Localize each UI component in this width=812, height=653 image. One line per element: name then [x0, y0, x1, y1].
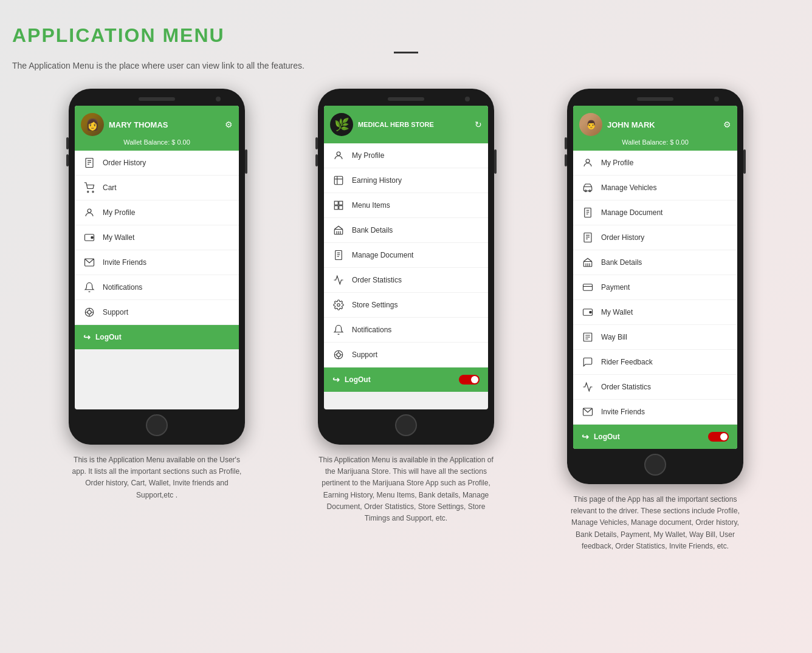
- person-icon2: [332, 149, 345, 162]
- menu-item-store-settings[interactable]: Store Settings: [324, 293, 488, 318]
- logout-icon: ↪: [83, 332, 91, 342]
- svg-point-32: [337, 304, 340, 307]
- bank-icon2: [582, 256, 594, 268]
- wallet-balance-user: Wallet Balance: $ 0.00: [81, 138, 233, 146]
- menu-item-profile-driver[interactable]: My Profile: [573, 151, 737, 176]
- logout-icon2: ↪: [332, 375, 340, 385]
- menu-item-cart[interactable]: Cart: [75, 176, 239, 200]
- menu-item-order-stats-store[interactable]: Order Statistics: [324, 268, 488, 293]
- menu-item-invite-friends-driver[interactable]: Invite Friends: [573, 400, 737, 425]
- phone-screen-user: 👩 MARY THOMAS ⚙ Wallet Balance: $ 0.00: [75, 106, 239, 409]
- menu-item-earning[interactable]: Earning History: [324, 168, 488, 193]
- home-button[interactable]: [146, 414, 168, 436]
- menu-items-store: My Profile Earning History Menu Items: [324, 143, 488, 368]
- online-toggle-driver[interactable]: [708, 432, 729, 442]
- menu-item-rider-feedback[interactable]: Rider Feedback: [573, 350, 737, 375]
- menu-item-order-stats-driver[interactable]: Order Statistics: [573, 375, 737, 400]
- svg-rect-8: [91, 237, 93, 239]
- menu-item-payment[interactable]: Payment: [573, 275, 737, 300]
- support-icon: [83, 306, 95, 318]
- power-button2: [494, 149, 497, 174]
- menu-item-notifications-store[interactable]: Notifications: [324, 318, 488, 343]
- camera2: [465, 97, 470, 101]
- svg-rect-55: [583, 284, 593, 291]
- refresh-icon[interactable]: ↻: [475, 120, 482, 129]
- profile-store-label: My Profile: [352, 151, 384, 160]
- avatar-user: 👩: [81, 113, 104, 136]
- user-name: MARY THOMAS: [109, 120, 168, 129]
- menu-item-manage-doc-driver[interactable]: Manage Document: [573, 200, 737, 225]
- menu-item-support[interactable]: Support: [75, 300, 239, 325]
- side-buttons-left3: [565, 137, 567, 166]
- menu-item-my-wallet[interactable]: My Wallet: [75, 225, 239, 250]
- logout-label-user: LogOut: [95, 333, 122, 341]
- order-stats-store-label: Order Statistics: [352, 276, 402, 284]
- menu-item-manage-doc-store[interactable]: Manage Document: [324, 243, 488, 268]
- wallet-icon: [83, 231, 95, 244]
- menu-item-order-history[interactable]: Order History: [75, 151, 239, 176]
- online-toggle[interactable]: [459, 375, 480, 385]
- home-button3[interactable]: [644, 454, 666, 476]
- invite-friends-label: Invite Friends: [103, 258, 146, 267]
- menu-item-waybill[interactable]: Way Bill: [573, 325, 737, 350]
- header-icons2: ↻: [475, 120, 482, 129]
- envelope-icon2: [582, 406, 594, 418]
- order-history-label: Order History: [103, 159, 146, 167]
- svg-point-4: [88, 191, 89, 193]
- phone-top-bar3: [573, 97, 737, 101]
- svg-rect-20: [334, 201, 338, 205]
- receipt-icon: [83, 157, 95, 169]
- menu-item-invite-friends[interactable]: Invite Friends: [75, 250, 239, 275]
- phone-user: 👩 MARY THOMAS ⚙ Wallet Balance: $ 0.00: [69, 89, 245, 445]
- bank-store-label: Bank Details: [352, 226, 393, 234]
- logout-bar-driver[interactable]: ↪ LogOut: [573, 425, 737, 449]
- volume-down-button2: [315, 154, 318, 166]
- camera3: [714, 97, 719, 101]
- menu-item-notifications[interactable]: Notifications: [75, 275, 239, 300]
- home-button2[interactable]: [395, 414, 417, 436]
- support-icon2: [332, 349, 345, 361]
- settings-icon3[interactable]: ⚙: [723, 120, 731, 129]
- svg-rect-47: [584, 233, 591, 242]
- phones-container: 👩 MARY THOMAS ⚙ Wallet Balance: $ 0.00: [12, 89, 800, 552]
- menu-item-manage-vehicles[interactable]: Manage Vehicles: [573, 176, 737, 200]
- bank-icon: [332, 224, 345, 236]
- notifications-store-label: Notifications: [352, 326, 391, 334]
- bank-driver-label: Bank Details: [601, 258, 642, 267]
- page-subtitle: The Application Menu is the place where …: [12, 61, 800, 70]
- menu-item-menu-items[interactable]: Menu Items: [324, 193, 488, 218]
- svg-point-39: [586, 159, 590, 163]
- menu-header-store: 🌿 MEDICAL HERB STORE ↻: [324, 106, 488, 143]
- statistics-icon: [332, 274, 345, 286]
- volume-down-button: [66, 154, 69, 166]
- svg-rect-28: [335, 251, 342, 260]
- svg-point-11: [88, 310, 91, 314]
- order-history-driver-label: Order History: [601, 233, 644, 242]
- menu-item-profile-store[interactable]: My Profile: [324, 143, 488, 168]
- payment-label: Payment: [601, 283, 630, 292]
- phone-store: 🌿 MEDICAL HERB STORE ↻ My Profile: [318, 89, 494, 445]
- menu-item-bank-driver[interactable]: Bank Details: [573, 250, 737, 275]
- person-icon3: [582, 157, 594, 169]
- menu-item-bank-store[interactable]: Bank Details: [324, 218, 488, 243]
- title-divider: [394, 52, 418, 53]
- earning-label: Earning History: [352, 176, 402, 185]
- settings-icon[interactable]: ⚙: [225, 120, 233, 129]
- phone-top-bar: [75, 97, 239, 101]
- menu-item-order-history-driver[interactable]: Order History: [573, 225, 737, 250]
- logout-bar-user[interactable]: ↪ LogOut: [75, 325, 239, 349]
- envelope-icon: [83, 256, 95, 268]
- menu-item-support-store[interactable]: Support: [324, 343, 488, 368]
- my-wallet-label: My Wallet: [103, 233, 134, 242]
- page-title: APPLICATION MENU: [12, 24, 800, 47]
- svg-point-5: [92, 191, 94, 193]
- store-icon: 🌿: [330, 113, 353, 136]
- waybill-icon: [582, 331, 594, 343]
- header-icons3: ⚙: [723, 120, 731, 129]
- logout-label-store: LogOut: [345, 375, 371, 384]
- menu-item-wallet-driver[interactable]: My Wallet: [573, 300, 737, 325]
- menu-item-my-profile[interactable]: My Profile: [75, 200, 239, 225]
- logout-bar-store[interactable]: ↪ LogOut: [324, 368, 488, 392]
- speaker: [139, 97, 175, 101]
- speaker2: [388, 97, 424, 101]
